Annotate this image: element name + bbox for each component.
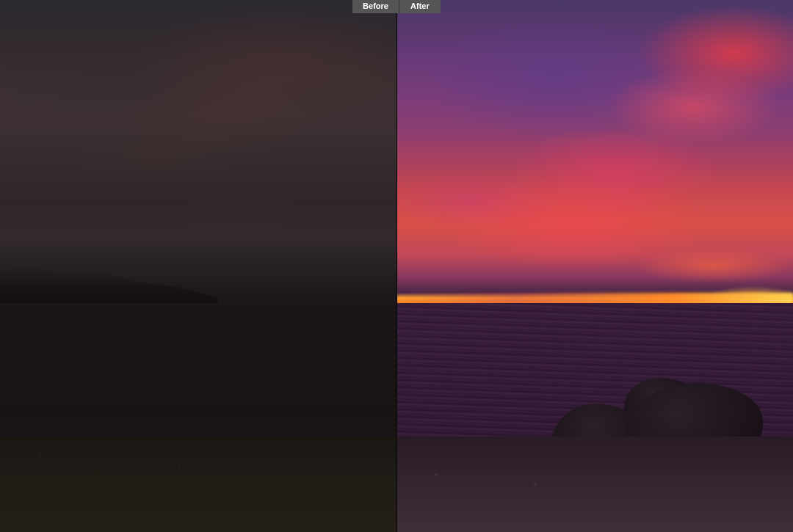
before-label-text: Before [363, 1, 388, 10]
before-image-shore [0, 437, 396, 533]
before-after-comparison [0, 0, 793, 532]
after-label-text: After [410, 1, 430, 10]
after-image-shore [396, 437, 793, 533]
comparison-divider[interactable] [396, 0, 397, 532]
after-label-tab[interactable]: After [399, 0, 441, 13]
comparison-labels: Before After [352, 0, 441, 13]
after-pane[interactable] [396, 0, 793, 532]
before-label-tab[interactable]: Before [352, 0, 399, 13]
before-pane[interactable] [0, 0, 396, 532]
before-image-sea [0, 303, 396, 442]
